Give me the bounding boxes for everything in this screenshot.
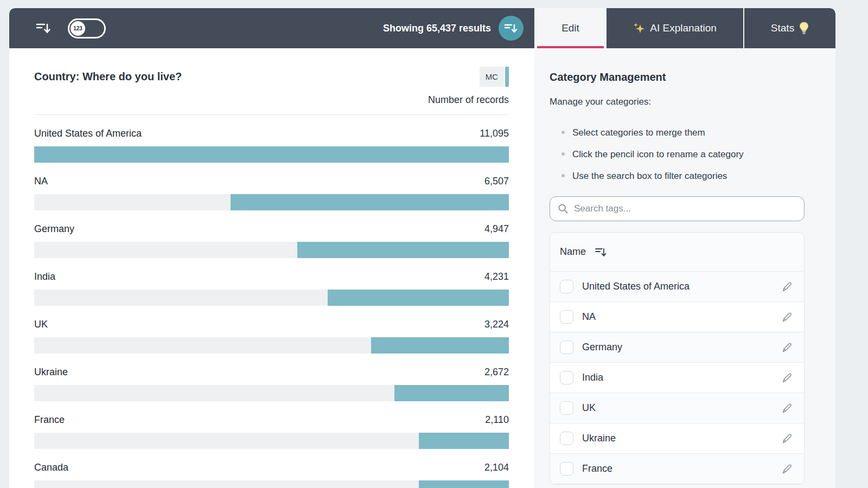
category-name: United States of America [582, 281, 773, 292]
bar-value: 4,947 [484, 223, 509, 235]
pencil-icon [781, 402, 793, 414]
tab-bar: Edit AI Explanation Stats [534, 8, 835, 48]
instruction-item: Select categories to merge them [550, 127, 809, 139]
edit-category-button[interactable] [781, 311, 793, 323]
bar-fill [394, 385, 509, 401]
bar-head: United States of America 11,095 [34, 128, 509, 142]
sort-icon[interactable] [34, 19, 53, 37]
value-axis-label: Number of records [34, 94, 509, 106]
instruction-text: Use the search box to filter categories [572, 170, 727, 182]
bar-category-label: United States of America [34, 128, 142, 139]
category-row[interactable]: UK [550, 393, 804, 423]
question-title-row: Country: Where do you live? MC [34, 67, 509, 87]
bar-head: France 2,110 [34, 414, 509, 428]
bar-fill [419, 480, 509, 488]
bar-track [34, 385, 509, 401]
bar-track [34, 337, 509, 354]
category-table: Name United States of America [550, 232, 805, 485]
chart-panel: Country: Where do you live? MC Number of… [9, 48, 534, 488]
bar-category-label: India [34, 271, 55, 282]
pencil-icon [781, 433, 793, 445]
row-checkbox[interactable] [560, 432, 573, 445]
edit-category-button[interactable] [781, 342, 793, 354]
edit-category-button[interactable] [781, 281, 793, 293]
sort-icon [504, 22, 518, 35]
bar-fill [328, 290, 509, 306]
bar-head: Germany 4,947 [34, 223, 509, 237]
edit-category-button[interactable] [781, 402, 793, 414]
toolbar: 123 Showing 65,437 results Edit [9, 8, 835, 48]
category-name: India [582, 372, 773, 383]
category-name: Ukraine [582, 433, 773, 444]
numeric-toggle[interactable]: 123 [68, 18, 106, 38]
bar-fill [297, 242, 509, 258]
bar-row: UK 3,224 [34, 306, 509, 354]
search-icon [558, 203, 569, 214]
bar-fill [34, 146, 509, 163]
bar-row: Canada 2,104 [34, 449, 509, 488]
category-row[interactable]: NA [550, 302, 804, 332]
pencil-icon [781, 463, 793, 475]
edit-category-button[interactable] [781, 433, 793, 445]
row-checkbox[interactable] [560, 280, 573, 293]
bar-fill [371, 337, 509, 354]
bar-value: 3,224 [484, 319, 509, 330]
active-tab-underline [537, 46, 604, 48]
bar-track [34, 433, 509, 449]
pencil-icon [781, 342, 793, 354]
row-checkbox[interactable] [560, 371, 573, 384]
category-row[interactable]: France [550, 454, 804, 484]
category-table-header: Name [550, 233, 804, 272]
row-checkbox[interactable] [560, 401, 573, 415]
category-row[interactable]: United States of America [550, 272, 804, 302]
bar-head: Canada 2,104 [34, 462, 509, 476]
category-row[interactable]: India [550, 363, 804, 393]
bar-row: Germany 4,947 [34, 210, 509, 258]
name-sort-icon[interactable] [595, 246, 608, 258]
tab-ai-explanation[interactable]: AI Explanation [607, 8, 743, 48]
bar-row: India 4,231 [34, 258, 509, 306]
bar-category-label: France [34, 414, 65, 426]
bar-head: India 4,231 [34, 271, 509, 285]
bar-category-label: Canada [34, 462, 68, 473]
search-input[interactable] [574, 203, 796, 214]
bar-value: 6,507 [484, 176, 509, 187]
panel-subtitle: Manage your categories: [550, 97, 809, 107]
edit-category-button[interactable] [781, 463, 793, 475]
bar-category-label: Germany [34, 223, 74, 235]
pencil-icon [781, 372, 793, 384]
sparkles-icon [633, 22, 645, 34]
edit-category-button[interactable] [781, 372, 793, 384]
bar-track [34, 146, 509, 163]
bars-container: United States of America 11,095 NA 6,507 [34, 115, 509, 488]
pencil-icon [781, 311, 793, 323]
tab-stats[interactable]: Stats [743, 8, 835, 48]
bar-value: 4,231 [484, 271, 509, 282]
row-checkbox[interactable] [560, 462, 573, 476]
bar-value: 2,672 [484, 367, 509, 378]
category-row[interactable]: Germany [550, 332, 804, 363]
instruction-item: Use the search box to filter categories [550, 170, 809, 182]
instruction-text: Click the pencil icon to rename a catego… [572, 149, 744, 160]
row-checkbox[interactable] [560, 341, 573, 354]
bar-track [34, 194, 509, 210]
bar-category-label: UK [34, 319, 48, 330]
category-name: Germany [582, 342, 773, 353]
question-title: Country: Where do you live? [34, 70, 182, 83]
bullet-dot [561, 174, 565, 177]
sort-button[interactable] [499, 16, 524, 41]
bar-track [34, 242, 509, 258]
bar-head: Ukraine 2,672 [34, 367, 509, 381]
bar-value: 2,104 [484, 462, 509, 473]
category-row[interactable]: Ukraine [550, 423, 804, 454]
row-checkbox[interactable] [560, 310, 573, 324]
bar-row: France 2,110 [34, 401, 509, 449]
instruction-text: Select categories to merge them [572, 127, 705, 139]
tab-edit[interactable]: Edit [534, 8, 607, 48]
category-management-panel: Category Management Manage your categori… [534, 48, 835, 488]
panel-title: Category Management [550, 71, 809, 84]
badge-accent-stripe [505, 67, 509, 87]
bar-track [34, 480, 509, 488]
category-name: UK [582, 402, 773, 414]
category-name: NA [582, 311, 773, 323]
